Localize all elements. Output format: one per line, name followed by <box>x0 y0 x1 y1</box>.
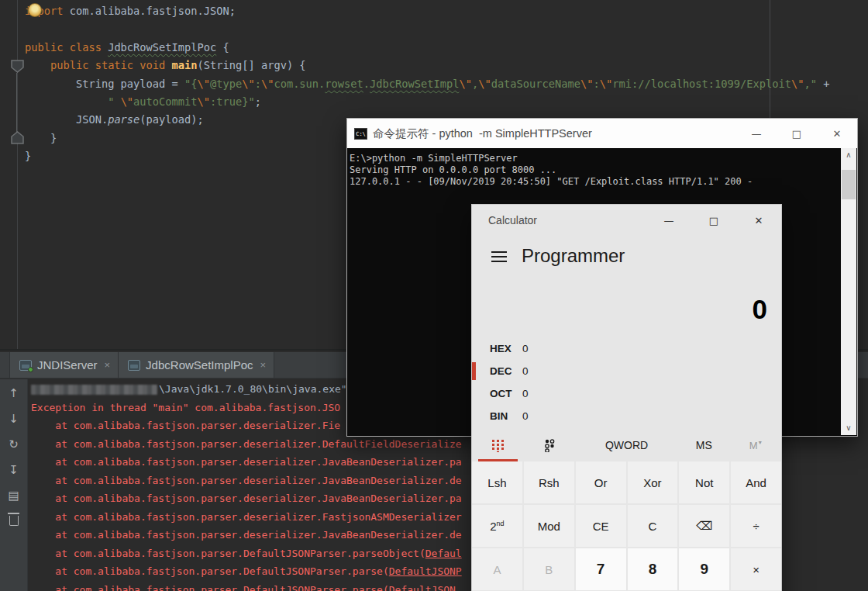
console-line: at com.alibaba.fastjson.parser.deseriali… <box>31 526 462 544</box>
stacktrace-link[interactable]: Defaul <box>425 548 462 559</box>
console-line: at com.alibaba.fastjson.parser.deseriali… <box>31 453 462 472</box>
calculator-toolbar: QWORD MS M▾ <box>472 432 781 458</box>
cmd-output[interactable]: E:\>python -m SimpleHTTPServerServing HT… <box>350 153 753 188</box>
key-c[interactable]: C <box>628 505 678 547</box>
word-size-button[interactable]: QWORD <box>575 432 678 458</box>
code-line: String payload = "{\"@type\":\"com.sun.r… <box>25 75 829 93</box>
console-icon <box>128 360 140 371</box>
calc-maximize-button[interactable]: □ <box>691 205 736 236</box>
code-line: public class JdbcRowSetImplPoc { <box>25 39 829 57</box>
chevron-down-icon: ▾ <box>759 439 762 446</box>
calculator-window: Calculator — □ ✕ Programmer 0 HEX0DEC0OC… <box>471 204 782 591</box>
run-tab-jndiserver[interactable]: JNDIServer× <box>9 352 119 378</box>
scroll-up-icon[interactable]: ∧ <box>841 148 856 162</box>
key-backspace[interactable]: ⌫ <box>679 505 729 547</box>
cmd-scrollbar[interactable]: ∧ ∨ <box>841 148 856 435</box>
prev-occurrence-icon[interactable]: ↑ <box>6 385 22 401</box>
cmd-titlebar[interactable]: C:\ 命令提示符 - python -m SimpleHTTPServer —… <box>347 119 857 148</box>
full-keypad-toggle[interactable] <box>472 432 524 458</box>
fold-collapse-end-icon[interactable] <box>10 130 25 145</box>
key-8[interactable]: 8 <box>628 548 678 590</box>
console-line: at com.alibaba.fastjson.parser.deseriali… <box>31 435 462 454</box>
radix-label: BIN <box>490 410 522 422</box>
bit-toggle-keypad[interactable] <box>524 432 576 458</box>
radix-value: 0 <box>522 343 529 354</box>
radix-label: DEC <box>490 365 522 377</box>
fold-collapse-icon[interactable] <box>10 59 25 74</box>
console-line: at com.alibaba.fastjson.parser.DefaultJS… <box>31 544 462 563</box>
menu-icon[interactable] <box>491 251 507 262</box>
cmd-app-icon: C:\ <box>354 128 367 140</box>
radix-row-dec[interactable]: DEC0 <box>472 360 781 382</box>
run-tab-label: JNDIServer <box>37 358 98 372</box>
calc-minimize-button[interactable]: — <box>646 205 691 236</box>
radix-rows: HEX0DEC0OCT0BIN0 <box>472 337 781 427</box>
console-line: at com.alibaba.fastjson.parser.deseriali… <box>31 489 462 508</box>
memory-menu-button[interactable]: M▾ <box>730 432 782 458</box>
run-tab-label: JdbcRowSetImplPoc <box>146 358 253 372</box>
key-xor[interactable]: Xor <box>628 461 678 503</box>
calculator-keypad: LshRshOrXorNotAnd2ndModCEC⌫÷AB789× <box>472 461 781 590</box>
bit-toggle-icon <box>543 439 556 452</box>
key-and[interactable]: And <box>731 461 781 503</box>
calculator-title: Calculator <box>488 214 537 226</box>
next-occurrence-icon[interactable]: ↓ <box>6 411 22 427</box>
code-line: " \"autoCommit\":true}"; <box>25 93 829 111</box>
calc-close-button[interactable]: ✕ <box>736 205 781 236</box>
console-line: at com.alibaba.fastjson.parser.deseriali… <box>31 472 462 490</box>
close-icon[interactable]: × <box>260 359 267 371</box>
stacktrace-link[interactable]: DefaultJSONP <box>389 565 462 577</box>
console-line: at com.alibaba.fastjson.parser.deseriali… <box>31 508 462 527</box>
scroll-to-end-icon[interactable]: ↧ <box>6 462 22 478</box>
calculator-display: 0 <box>753 294 767 325</box>
cmd-maximize-button[interactable]: □ <box>777 119 817 148</box>
memory-store-button[interactable]: MS <box>678 432 730 458</box>
key-or[interactable]: Or <box>576 461 626 503</box>
key-a: A <box>472 548 522 590</box>
stacktrace-link[interactable]: DefaultJSON <box>389 584 456 591</box>
radix-label: OCT <box>490 388 522 399</box>
key-not[interactable]: Not <box>679 461 729 503</box>
calculator-mode-title: Programmer <box>522 245 625 267</box>
radix-value: 0 <box>522 410 529 422</box>
console-icon <box>19 360 32 371</box>
key-2nd[interactable]: 2nd <box>472 505 522 547</box>
calculator-titlebar[interactable]: Calculator — □ ✕ <box>472 205 781 236</box>
cmd-output-line: E:\>python -m SimpleHTTPServer <box>350 153 753 164</box>
soft-wrap-icon[interactable]: ▤ <box>6 488 22 503</box>
key-7[interactable]: 7 <box>576 548 626 590</box>
radix-row-bin[interactable]: BIN0 <box>472 405 781 427</box>
radix-row-hex[interactable]: HEX0 <box>472 337 781 360</box>
radix-value: 0 <box>522 365 529 377</box>
console-toolbar: ↑↓↻↧▤ <box>0 379 28 591</box>
cmd-window-title: 命令提示符 - python -m SimpleHTTPServer <box>373 126 592 141</box>
cmd-minimize-button[interactable]: — <box>736 119 777 148</box>
scroll-down-icon[interactable]: ∨ <box>841 421 856 435</box>
key-mod[interactable]: Mod <box>524 505 574 547</box>
key-lsh[interactable]: Lsh <box>472 461 522 503</box>
key-divide[interactable]: ÷ <box>731 505 781 547</box>
rerun-icon[interactable]: ↻ <box>6 437 22 452</box>
run-tab-jdbcrowsetimplpoc[interactable]: JdbcRowSetImplPoc× <box>119 352 274 378</box>
key-9[interactable]: 9 <box>679 548 729 590</box>
cmd-close-button[interactable]: ✕ <box>817 119 857 148</box>
radix-row-oct[interactable]: OCT0 <box>472 382 781 405</box>
console-line: at com.alibaba.fastjson.parser.DefaultJS… <box>31 581 462 591</box>
keypad-grid-icon <box>491 439 505 452</box>
key-multiply[interactable]: × <box>731 548 781 590</box>
clear-console-icon[interactable] <box>9 516 19 526</box>
close-icon[interactable]: × <box>105 359 111 371</box>
gutter-divider <box>17 0 18 349</box>
intention-bulb-icon[interactable] <box>28 3 42 17</box>
radix-label: HEX <box>490 343 522 354</box>
key-rsh[interactable]: Rsh <box>524 461 574 503</box>
cmd-scrollbar-thumb[interactable] <box>842 170 856 199</box>
code-line: public static void main(String[] argv) { <box>25 57 829 74</box>
radix-value: 0 <box>522 388 529 399</box>
key-ce[interactable]: CE <box>576 505 626 547</box>
cmd-output-line: 127.0.0.1 - - [09/Nov/2019 20:45:50] "GE… <box>350 176 753 188</box>
screen: import com.alibaba.fastjson.JSON; public… <box>0 0 868 591</box>
code-line <box>25 20 829 38</box>
code-line: import com.alibaba.fastjson.JSON; <box>25 2 829 20</box>
console-line: at com.alibaba.fastjson.parser.DefaultJS… <box>31 562 462 581</box>
